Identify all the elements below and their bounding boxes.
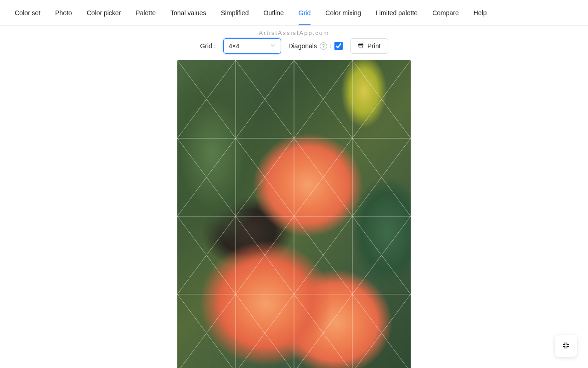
- print-button[interactable]: Print: [350, 38, 388, 54]
- tab-tonal-values[interactable]: Tonal values: [170, 4, 206, 22]
- diagonals-colon: :: [330, 42, 332, 50]
- svg-rect-1: [359, 46, 362, 48]
- grid-select-label: Grid :: [200, 42, 215, 50]
- diagonals-group: Diagonals ? :: [288, 42, 343, 50]
- grid-size-value: 4×4: [229, 42, 240, 50]
- canvas-wrap: [0, 60, 588, 368]
- diagonals-checkbox[interactable]: [334, 42, 343, 50]
- help-icon[interactable]: ?: [320, 42, 327, 50]
- print-icon: [357, 42, 364, 50]
- photo-canvas[interactable]: [177, 60, 411, 368]
- tab-help[interactable]: Help: [474, 4, 487, 22]
- tab-grid[interactable]: Grid: [299, 4, 311, 22]
- tab-color-set[interactable]: Color set: [15, 4, 40, 22]
- diagonals-label: Diagonals: [288, 42, 317, 50]
- grid-toolbar: Grid : 4×4 Diagonals ? : Print: [0, 34, 588, 60]
- top-tabs: Color setPhotoColor pickerPaletteTonal v…: [0, 0, 588, 26]
- tab-outline[interactable]: Outline: [263, 4, 283, 22]
- tab-photo[interactable]: Photo: [55, 4, 72, 22]
- tab-color-mixing[interactable]: Color mixing: [325, 4, 361, 22]
- fullscreen-exit-button[interactable]: [555, 335, 577, 357]
- tab-simplified[interactable]: Simplified: [221, 4, 249, 22]
- tab-limited-palette[interactable]: Limited palette: [376, 4, 418, 22]
- fullscreen-exit-icon: [562, 341, 570, 351]
- grid-size-select[interactable]: 4×4: [223, 38, 281, 54]
- tab-color-picker[interactable]: Color picker: [87, 4, 121, 22]
- reference-photo: [177, 60, 411, 368]
- print-button-label: Print: [368, 42, 381, 50]
- tab-palette[interactable]: Palette: [136, 4, 156, 22]
- tab-compare[interactable]: Compare: [432, 4, 459, 22]
- chevron-down-icon: [270, 43, 276, 50]
